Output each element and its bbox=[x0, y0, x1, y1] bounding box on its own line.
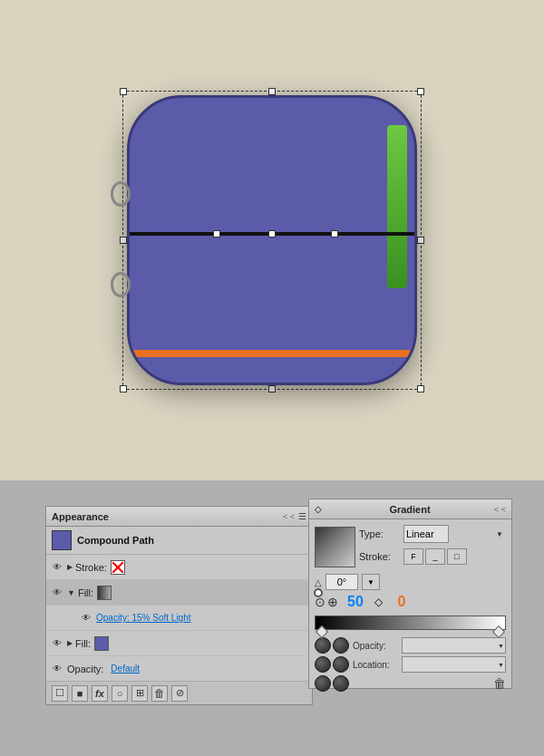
resize-icon[interactable]: < < bbox=[283, 512, 295, 521]
dial-location-select-wrapper bbox=[402, 656, 506, 673]
stroke-btn-1[interactable]: F bbox=[403, 548, 423, 565]
dial-opacity-select[interactable] bbox=[402, 637, 506, 654]
layer-icon[interactable]: ☐ bbox=[52, 685, 68, 702]
visibility-eye-opacity[interactable]: 👁 bbox=[79, 611, 93, 625]
gradient-stop-right[interactable] bbox=[492, 625, 505, 638]
appearance-panel-body: Compound Path 👁 ▶ Stroke: 👁 ▼ Fill: 👁 bbox=[46, 527, 312, 682]
dial-delete-2[interactable] bbox=[333, 675, 349, 692]
angle-icon: △ bbox=[315, 577, 322, 587]
dial-location-1[interactable] bbox=[315, 656, 331, 673]
gradient-resize-icon[interactable]: < < bbox=[494, 505, 506, 514]
stroke-btn-2[interactable]: _ bbox=[425, 548, 445, 565]
visibility-eye-fill2[interactable]: 👁 bbox=[50, 636, 64, 651]
compound-icon-swatch bbox=[52, 530, 72, 550]
gradient-type-row: Type: Linear Radial bbox=[359, 525, 506, 543]
layer-row-fill2[interactable]: 👁 ▶ Fill: bbox=[46, 631, 312, 656]
visibility-eye-opacity-default[interactable]: 👁 bbox=[50, 662, 64, 676]
visibility-eye-stroke[interactable]: 👁 bbox=[50, 560, 64, 575]
fill-label: Fill: bbox=[78, 587, 93, 598]
dial-opacity-2[interactable] bbox=[333, 637, 349, 654]
number-input-blue[interactable]: 50 bbox=[342, 594, 369, 610]
delete-icon[interactable]: 🗑 bbox=[151, 685, 168, 702]
gradient-panel: ◇ Gradient < < Type: Linear bbox=[308, 499, 512, 689]
canvas-area bbox=[0, 0, 544, 480]
dial-opacity-1[interactable] bbox=[315, 637, 331, 654]
ring-binding-top bbox=[111, 181, 131, 207]
dial-delete-1[interactable] bbox=[315, 675, 331, 692]
gradient-diamond-icon: ◇ bbox=[315, 504, 322, 514]
expand-arrow-fill2[interactable]: ▶ bbox=[67, 639, 73, 647]
dial-location-select[interactable] bbox=[402, 656, 506, 673]
fill-icon[interactable]: ■ bbox=[72, 685, 88, 702]
stroke-btn-3[interactable]: □ bbox=[447, 548, 467, 565]
opacity-soft-light-text[interactable]: Opacity: 15% Soft Light bbox=[96, 613, 191, 623]
handle-bl[interactable] bbox=[120, 385, 127, 393]
gradient-type-select-wrapper: Linear Radial bbox=[403, 525, 506, 543]
gradient-stop-left[interactable] bbox=[316, 625, 328, 638]
expand-arrow-fill[interactable]: ▼ bbox=[67, 588, 75, 597]
stroke-label: Stroke: bbox=[75, 562, 107, 573]
circle-icon[interactable]: ○ bbox=[112, 685, 128, 702]
fill-gradient-swatch[interactable] bbox=[97, 586, 112, 600]
gradient-stroke-label: Stroke: bbox=[359, 551, 400, 562]
handle-mr[interactable] bbox=[417, 237, 424, 244]
handle-tr[interactable] bbox=[417, 88, 424, 95]
angle-row: △ ▼ bbox=[315, 574, 506, 590]
layer-row-stroke[interactable]: 👁 ▶ Stroke: bbox=[46, 555, 312, 580]
green-bar bbox=[387, 125, 407, 288]
layer-row-opacity-default[interactable]: 👁 Opacity: Default bbox=[46, 656, 312, 682]
gradient-type-select[interactable]: Linear Radial bbox=[403, 525, 449, 543]
gradient-trash-icon[interactable]: 🗑 bbox=[493, 676, 506, 691]
gradient-preview-row: Type: Linear Radial Stroke: F bbox=[315, 525, 506, 568]
app-icon bbox=[127, 95, 417, 385]
divider-line[interactable] bbox=[127, 232, 417, 236]
dial-rows: Opacity: Location: bbox=[315, 637, 506, 692]
dial-location-label: Location: bbox=[353, 660, 398, 670]
dial-pair-opacity bbox=[315, 637, 349, 654]
stroke-buttons: F _ □ bbox=[403, 548, 467, 565]
gradient-panel-body: Type: Linear Radial Stroke: F bbox=[309, 519, 511, 700]
fill2-blue-swatch[interactable] bbox=[94, 636, 109, 651]
appearance-panel-header: Appearance < < ☰ bbox=[46, 507, 312, 527]
expand-arrow-stroke[interactable]: ▶ bbox=[67, 563, 73, 571]
stroke-swatch[interactable] bbox=[111, 560, 125, 575]
divider-handle-30[interactable] bbox=[213, 230, 220, 237]
dial-row-delete: 🗑 bbox=[315, 675, 506, 692]
layer-row-opacity-soft[interactable]: 👁 Opacity: 15% Soft Light bbox=[46, 606, 312, 631]
compound-path-label: Compound Path bbox=[77, 535, 154, 546]
visibility-eye-fill[interactable]: 👁 bbox=[50, 586, 64, 600]
opacity-default-value[interactable]: Default bbox=[111, 664, 140, 674]
number-input-orange[interactable]: 0 bbox=[388, 594, 415, 610]
appearance-panel-controls: < < ☰ bbox=[283, 511, 306, 521]
prohibited-icon[interactable]: ⊘ bbox=[171, 685, 188, 702]
layer-row-fill[interactable]: 👁 ▼ Fill: bbox=[46, 580, 312, 606]
opacity-default-label: Opacity: bbox=[67, 664, 103, 674]
duplicate-icon[interactable]: ⊞ bbox=[131, 685, 148, 702]
aspect-icon-2: ⊕ bbox=[327, 595, 338, 609]
aspect-row: ⊙ ⊕ 50 ◇ 0 bbox=[315, 594, 506, 610]
divider-handle-left[interactable] bbox=[127, 230, 129, 237]
handle-bm[interactable] bbox=[268, 385, 276, 393]
appearance-menu-icon[interactable]: ☰ bbox=[298, 511, 306, 521]
ring-binding-bottom bbox=[111, 272, 131, 297]
gradient-preview-swatch[interactable] bbox=[315, 527, 355, 567]
angle-dropdown[interactable]: ▼ bbox=[362, 574, 380, 590]
divider-handle-right[interactable] bbox=[415, 230, 417, 237]
appearance-panel-title: Appearance bbox=[52, 511, 109, 522]
divider-handle-70[interactable] bbox=[331, 230, 338, 237]
gradient-stroke-row: Stroke: F _ □ bbox=[359, 548, 506, 565]
connection-dot bbox=[314, 588, 323, 597]
divider-handle-mid[interactable] bbox=[268, 230, 276, 237]
handle-tl[interactable] bbox=[120, 88, 127, 95]
gradient-slider-container bbox=[315, 615, 506, 630]
gradient-panel-header: ◇ Gradient < < bbox=[309, 499, 511, 519]
fx-icon[interactable]: fx bbox=[92, 685, 108, 702]
dial-pair-location bbox=[315, 656, 349, 673]
handle-ml[interactable] bbox=[120, 237, 127, 244]
diamond-stop: ◇ bbox=[374, 596, 383, 608]
dial-location-2[interactable] bbox=[333, 656, 349, 673]
angle-input[interactable] bbox=[325, 574, 358, 590]
gradient-bar[interactable] bbox=[315, 615, 506, 630]
handle-br[interactable] bbox=[417, 385, 424, 393]
handle-tm[interactable] bbox=[268, 88, 276, 95]
